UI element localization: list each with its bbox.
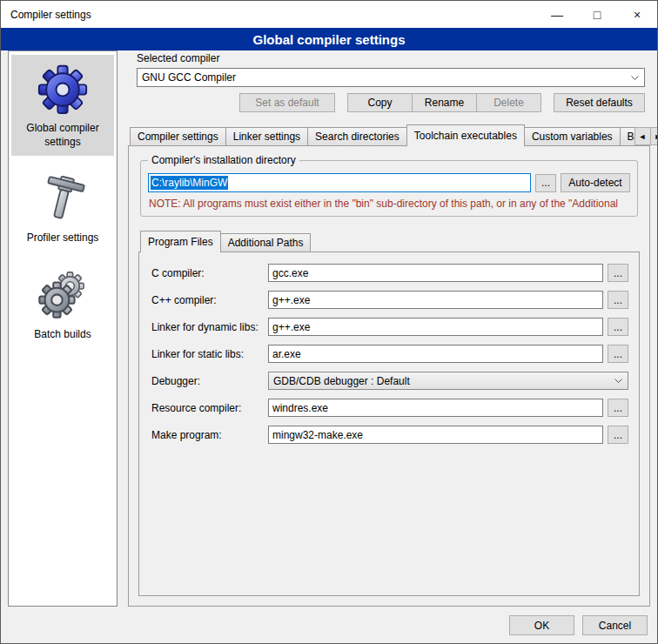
window-controls: — □ ×: [537, 1, 657, 28]
static-linker-row: Linker for static libs: ...: [151, 345, 628, 363]
dynamic-linker-browse-button[interactable]: ...: [608, 318, 628, 336]
toolchain-executables-panel: Compiler's installation directory C:\ray…: [128, 145, 650, 607]
selected-compiler-select[interactable]: GNU GCC Compiler: [137, 68, 645, 87]
compiler-action-buttons: Set as default Copy Rename Delete Reset …: [137, 93, 645, 112]
sidebar-item-label: Global compiler settings: [13, 122, 112, 149]
cpp-compiler-row: C++ compiler: ...: [151, 291, 628, 309]
rename-button[interactable]: Rename: [412, 93, 477, 112]
installation-directory-row: C:\raylib\MinGW ... Auto-detect: [148, 173, 630, 192]
tab-additional-paths[interactable]: Additional Paths: [220, 233, 312, 252]
c-compiler-row: C compiler: ...: [151, 264, 628, 282]
resource-compiler-browse-button[interactable]: ...: [608, 399, 628, 417]
maximize-icon[interactable]: □: [577, 1, 617, 28]
profiler-tool-icon: [37, 171, 89, 225]
sidebar-item-profiler-settings[interactable]: Profiler settings: [11, 164, 114, 252]
tab-compiler-settings[interactable]: Compiler settings: [130, 127, 226, 145]
tab-search-directories[interactable]: Search directories: [307, 127, 407, 145]
selected-compiler-value: GNU GCC Compiler: [142, 71, 628, 84]
tab-build-options-truncated[interactable]: Buil: [620, 127, 635, 145]
copy-button[interactable]: Copy: [347, 93, 413, 112]
c-compiler-input[interactable]: [268, 264, 603, 282]
delete-button: Delete: [476, 93, 541, 112]
make-program-label: Make program:: [151, 429, 268, 441]
cancel-button[interactable]: Cancel: [582, 615, 648, 635]
dynamic-linker-row: Linker for dynamic libs: ...: [151, 318, 628, 336]
c-compiler-browse-button[interactable]: ...: [608, 264, 628, 282]
programs-tab-strip: Program Files Additional Paths: [138, 231, 640, 252]
tab-scroll-left-icon[interactable]: ◄: [634, 127, 651, 145]
chevron-down-icon: [612, 379, 625, 383]
dynamic-linker-label: Linker for dynamic libs:: [151, 321, 268, 333]
selected-compiler-label: Selected compiler: [137, 52, 650, 64]
ok-button[interactable]: OK: [509, 615, 574, 635]
sidebar-item-label: Profiler settings: [27, 231, 99, 245]
install-dir-input[interactable]: C:\raylib\MinGW: [148, 173, 531, 192]
debugger-select[interactable]: GDB/CDB debugger : Default: [268, 372, 628, 390]
window-title: Compiler settings: [10, 9, 91, 21]
blue-gear-icon: [37, 62, 89, 116]
debugger-value: GDB/CDB debugger : Default: [273, 375, 612, 387]
settings-tab-strip: Compiler settings Linker settings Search…: [128, 124, 650, 145]
installation-directory-label: Compiler's installation directory: [148, 154, 299, 166]
compiler-settings-window: Compiler settings — □ × Global compiler …: [0, 0, 658, 644]
titlebar[interactable]: Compiler settings — □ ×: [1, 1, 657, 28]
make-program-input[interactable]: [268, 426, 603, 444]
main-content: Selected compiler GNU GCC Compiler Set a…: [128, 50, 650, 607]
close-icon[interactable]: ×: [617, 1, 657, 28]
tab-scroll-buttons: ◄ ►: [634, 127, 658, 145]
resource-compiler-label: Resource compiler:: [151, 402, 268, 414]
static-linker-input[interactable]: [268, 345, 603, 363]
dialog-banner-title: Global compiler settings: [1, 28, 657, 50]
reset-defaults-button[interactable]: Reset defaults: [554, 93, 645, 112]
static-linker-browse-button[interactable]: ...: [608, 345, 628, 363]
sidebar-item-label: Batch builds: [34, 328, 91, 342]
debugger-label: Debugger:: [151, 375, 268, 387]
set-as-default-button: Set as default: [239, 93, 335, 112]
minimize-icon[interactable]: —: [537, 1, 577, 28]
bin-subdirectory-note: NOTE: All programs must exist either in …: [149, 198, 630, 210]
cpp-compiler-input[interactable]: [268, 291, 603, 309]
sidebar-item-global-compiler-settings[interactable]: Global compiler settings: [11, 55, 114, 156]
cpp-compiler-browse-button[interactable]: ...: [608, 291, 628, 309]
tab-custom-variables[interactable]: Custom variables: [524, 127, 621, 145]
dialog-body: Global compiler settings Profiler settin…: [8, 50, 650, 607]
autodetect-button[interactable]: Auto-detect: [561, 173, 630, 192]
chevron-down-icon: [628, 76, 641, 80]
install-dir-selected-text: C:\raylib\MinGW: [151, 176, 228, 190]
resource-compiler-input[interactable]: [268, 399, 603, 417]
tab-linker-settings[interactable]: Linker settings: [225, 127, 308, 145]
tab-toolchain-executables[interactable]: Toolchain executables: [406, 124, 525, 146]
sidebar-item-batch-builds[interactable]: Batch builds: [11, 261, 114, 349]
settings-category-sidebar: Global compiler settings Profiler settin…: [8, 50, 118, 607]
tab-scroll-right-icon[interactable]: ►: [650, 127, 658, 145]
static-linker-label: Linker for static libs:: [151, 348, 268, 360]
resource-compiler-row: Resource compiler: ...: [151, 399, 628, 417]
program-files-panel: C compiler: ... C++ compiler: ...: [138, 252, 640, 596]
c-compiler-label: C compiler:: [151, 267, 268, 279]
dynamic-linker-input[interactable]: [268, 318, 603, 336]
gear-stack-icon: [37, 268, 89, 322]
installation-directory-groupbox: Compiler's installation directory C:\ray…: [140, 160, 638, 217]
make-program-browse-button[interactable]: ...: [608, 426, 628, 444]
cpp-compiler-label: C++ compiler:: [151, 294, 268, 306]
install-dir-browse-button[interactable]: ...: [535, 174, 556, 192]
dialog-footer: OK Cancel: [509, 615, 648, 635]
make-program-row: Make program: ...: [151, 426, 628, 444]
tab-program-files[interactable]: Program Files: [140, 231, 221, 252]
debugger-row: Debugger: GDB/CDB debugger : Default: [151, 372, 628, 390]
